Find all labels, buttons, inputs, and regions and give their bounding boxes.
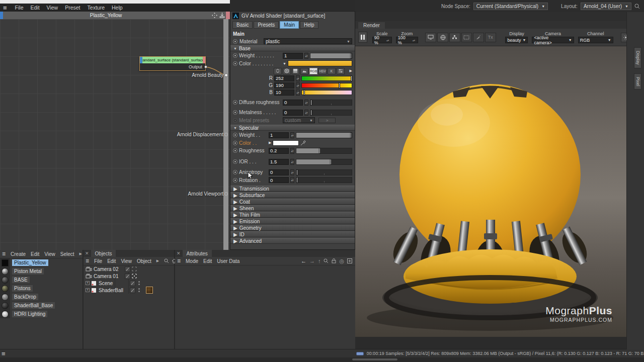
section-base[interactable]: ▼ Base — [230, 45, 355, 51]
stepper-icon[interactable]: ▴▾ — [296, 89, 300, 96]
color-wheel-icon[interactable] — [283, 68, 291, 74]
tab-basic[interactable]: Basic — [232, 21, 253, 29]
color-expand-icon[interactable]: ▶ — [269, 141, 271, 145]
section-transmission[interactable]: ▶Transmission — [230, 186, 355, 192]
param-radio[interactable] — [233, 170, 237, 174]
eyedropper-icon[interactable] — [300, 140, 306, 146]
object-row-camera02[interactable]: Camera 02 — [84, 265, 174, 273]
picker-more-icon[interactable]: ▶ — [350, 69, 352, 73]
node-output-row[interactable]: Output — [140, 63, 205, 70]
spec-color-swatch[interactable] — [273, 140, 299, 146]
add-icon[interactable] — [347, 258, 352, 263]
object-name[interactable]: Scene — [99, 281, 127, 286]
anisotropy-input[interactable]: 0 — [269, 169, 289, 175]
node-editor-canvas[interactable]: standard_surface (standard_surface) Outp… — [0, 19, 230, 250]
monitor-icon[interactable] — [425, 33, 436, 42]
layout-select[interactable]: Arnold_04 (User)▼ — [581, 3, 631, 10]
hsv-mode-button[interactable]: HSV — [318, 68, 327, 74]
standard-surface-node[interactable]: standard_surface (standard_surface) Outp… — [139, 56, 206, 71]
material-name[interactable]: Plastic_Yellow — [12, 259, 48, 266]
param-radio[interactable] — [233, 141, 237, 145]
search-icon[interactable] — [634, 4, 640, 9]
section-geometry[interactable]: ▶Geometry — [230, 225, 355, 231]
stepper-icon[interactable]: ▴▾ — [290, 159, 294, 165]
param-radio[interactable] — [233, 61, 237, 66]
param-radio[interactable] — [233, 53, 237, 58]
edit-toggle-icon[interactable] — [130, 288, 135, 293]
menu-preset[interactable]: Preset — [65, 5, 80, 11]
back-icon[interactable]: ← — [301, 258, 306, 264]
rotation-slider[interactable] — [296, 177, 352, 183]
compact-mode-icon[interactable] — [274, 68, 282, 74]
material-thumbnail[interactable] — [2, 277, 9, 284]
close-icon[interactable]: ✕ — [85, 251, 89, 256]
param-radio[interactable] — [233, 100, 237, 105]
render-viewport[interactable]: MographPlus MOGRAPHPLUS.COM — [355, 46, 626, 337]
material-name[interactable]: Piston Metal — [12, 268, 44, 275]
pause-button[interactable] — [358, 32, 367, 43]
visibility-dots-icon[interactable] — [136, 281, 142, 286]
param-radio[interactable] — [233, 159, 237, 164]
hamburger-icon[interactable]: ≡ — [3, 4, 7, 12]
target-icon[interactable]: ◎ — [339, 258, 344, 264]
diffuse-roughness-slider[interactable] — [310, 100, 352, 106]
edit-toggle-icon[interactable] — [125, 266, 130, 272]
menu-texture[interactable]: Texture — [88, 5, 105, 11]
tab-main[interactable]: Main — [280, 21, 299, 29]
object-row-camera01[interactable]: Camera 01 — [84, 273, 174, 280]
hamburger-icon[interactable]: ≡ — [2, 350, 6, 357]
base-color-swatch[interactable] — [288, 60, 352, 66]
menu-select[interactable]: Select — [60, 251, 74, 257]
stepper-icon[interactable]: ▴▾ — [290, 132, 294, 138]
scale-input[interactable]: 90 %▴▾ — [372, 37, 392, 43]
param-radio[interactable] — [233, 39, 237, 44]
rotation-input[interactable]: 0 — [269, 177, 289, 183]
object-name[interactable]: Camera 01 — [94, 274, 122, 279]
weight-input[interactable]: 1 — [283, 53, 303, 59]
menu-view[interactable]: View — [47, 5, 58, 11]
section-specular[interactable]: ▼ Specular — [230, 125, 355, 131]
section-emission[interactable]: ▶Emission — [230, 218, 355, 224]
menu-mode[interactable]: Mode — [186, 258, 198, 264]
spec-roughness-input[interactable]: 0.2 — [269, 148, 289, 154]
spec-weight-input[interactable]: 1 — [269, 132, 289, 138]
menu-file[interactable]: File — [15, 5, 24, 11]
material-thumbnail[interactable] — [2, 302, 9, 309]
blue-slider[interactable] — [301, 90, 352, 95]
param-radio[interactable] — [233, 178, 237, 183]
port-arnold-beauty[interactable] — [224, 73, 228, 77]
menu-overflow-icon[interactable]: ▶ — [156, 259, 159, 263]
tab-display-vertical[interactable]: Display — [634, 47, 641, 68]
object-name[interactable]: Camera 02 — [94, 266, 122, 272]
green-slider[interactable] — [301, 83, 352, 88]
tx-button[interactable]: Tx — [485, 33, 496, 42]
port-arnold-displacement[interactable] — [224, 133, 228, 136]
material-name[interactable]: BASE — [12, 277, 30, 283]
stepper-icon[interactable]: ▴▾ — [304, 110, 308, 116]
material-name[interactable]: HDRI Lighting — [12, 311, 47, 317]
dock-icon[interactable] — [219, 13, 225, 18]
tab-render[interactable]: Render — [358, 22, 385, 29]
close-icon[interactable]: ✕ — [177, 251, 181, 256]
ior-input[interactable]: 1.5 — [269, 159, 289, 165]
red-slider[interactable] — [301, 76, 352, 81]
diffuse-roughness-input[interactable]: 0 — [283, 100, 303, 106]
material-thumbnail[interactable] — [2, 294, 9, 301]
material-thumbnail[interactable] — [2, 311, 9, 318]
object-row-shaderball[interactable]: + ShaderBall — [84, 287, 174, 294]
menu-edit[interactable]: Edit — [107, 258, 116, 264]
stepper-icon[interactable]: ▴▾ — [296, 82, 300, 88]
material-select[interactable]: plastic▼ — [264, 38, 352, 44]
active-camera-corners-icon[interactable] — [131, 274, 137, 279]
visibility-corners-icon[interactable] — [131, 266, 137, 272]
menu-edit[interactable]: Edit — [203, 258, 212, 264]
menu-edit[interactable]: Edit — [31, 5, 40, 11]
material-item[interactable]: Plastic_Yellow — [0, 258, 83, 267]
blue-input[interactable]: 10 — [274, 89, 294, 96]
tab-pixel-vertical[interactable]: Pixel — [634, 73, 641, 89]
metalness-input[interactable]: 0 — [283, 110, 303, 116]
section-subsurface[interactable]: ▶Subsurface — [230, 192, 355, 198]
menu-help[interactable]: Help — [112, 5, 123, 11]
menu-file[interactable]: File — [94, 258, 102, 264]
hamburger-icon[interactable]: ≡ — [86, 257, 89, 264]
